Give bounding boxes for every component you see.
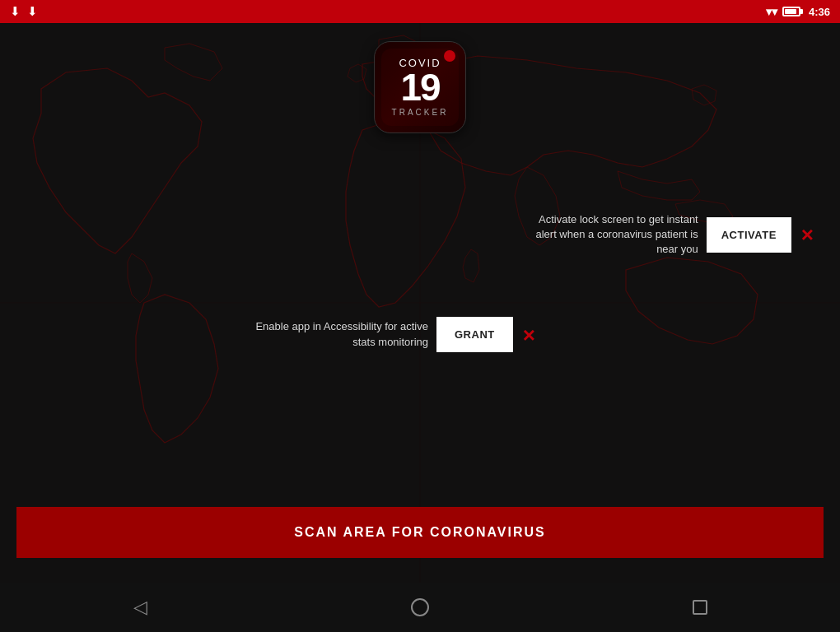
activate-button[interactable]: ACTIVATE: [707, 217, 791, 253]
home-icon: [411, 598, 429, 616]
download-icon-2: ⬇: [27, 4, 38, 19]
app-icon-tracker-text: TRACKER: [392, 108, 449, 117]
back-icon: ◁: [133, 597, 147, 618]
app-icon-logo-dot: [444, 50, 455, 62]
nav-home-button[interactable]: [399, 591, 441, 624]
bottom-nav: ◁: [0, 583, 840, 632]
nav-back-button[interactable]: ◁: [119, 591, 161, 624]
recent-icon: [693, 600, 707, 615]
activate-close-button[interactable]: ×: [791, 224, 824, 245]
status-bar: ⬇ ⬇ ▾▾ 4:36: [0, 0, 840, 23]
banner-activate: Activate lock screen to get instant aler…: [517, 212, 824, 258]
app-icon-number: 19: [400, 68, 439, 106]
app-icon-container: COVID 19 TRACKER: [374, 41, 466, 133]
wifi-icon: ▾▾: [766, 5, 777, 18]
battery-icon: [782, 7, 800, 16]
app-icon: COVID 19 TRACKER: [374, 41, 466, 133]
status-icons-right: ▾▾ 4:36: [766, 5, 830, 18]
time-display: 4:36: [809, 6, 830, 18]
grant-close-button[interactable]: ×: [513, 324, 545, 346]
banner-activate-text: Activate lock screen to get instant aler…: [517, 212, 707, 258]
banner-grant-text: Enable app in Accessibility for active s…: [255, 319, 436, 349]
scan-button-container: SCAN AREA FOR CORONAVIRUS: [16, 507, 824, 558]
status-icons-left: ⬇ ⬇: [10, 4, 38, 19]
nav-recent-button[interactable]: [679, 591, 721, 624]
scan-button[interactable]: SCAN AREA FOR CORONAVIRUS: [16, 507, 824, 558]
grant-button[interactable]: GRANT: [436, 317, 513, 352]
download-icon: ⬇: [10, 4, 21, 19]
banner-grant: Enable app in Accessibility for active s…: [255, 317, 545, 352]
